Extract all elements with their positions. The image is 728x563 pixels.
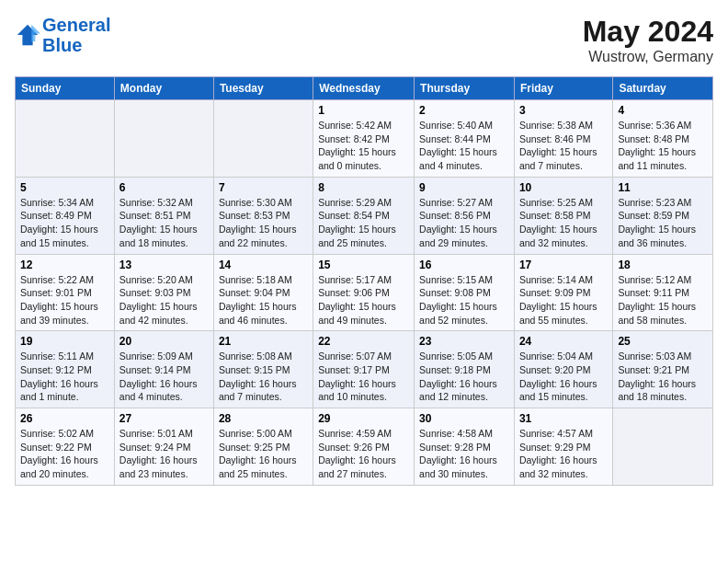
day-number: 6 [119, 181, 209, 194]
day-number: 31 [519, 412, 608, 425]
calendar-cell: 7Sunrise: 5:30 AM Sunset: 8:53 PM Daylig… [213, 177, 313, 254]
calendar-cell: 24Sunrise: 5:04 AM Sunset: 9:20 PM Dayli… [514, 331, 612, 408]
title-block: May 2024 Wustrow, Germany [583, 15, 713, 65]
day-info: Sunrise: 5:12 AM Sunset: 9:11 PM Dayligh… [618, 273, 708, 327]
calendar-cell: 30Sunrise: 4:58 AM Sunset: 9:28 PM Dayli… [415, 408, 515, 486]
calendar-cell: 26Sunrise: 5:02 AM Sunset: 9:22 PM Dayli… [16, 408, 115, 486]
day-number: 15 [318, 259, 409, 271]
calendar-cell: 17Sunrise: 5:14 AM Sunset: 9:09 PM Dayli… [514, 254, 612, 331]
calendar-subtitle: Wustrow, Germany [583, 49, 713, 65]
day-info: Sunrise: 5:40 AM Sunset: 8:44 PM Dayligh… [419, 119, 509, 173]
calendar-week-0: 1Sunrise: 5:42 AM Sunset: 8:42 PM Daylig… [16, 100, 713, 178]
day-info: Sunrise: 5:14 AM Sunset: 9:09 PM Dayligh… [519, 273, 608, 327]
day-info: Sunrise: 5:32 AM Sunset: 8:51 PM Dayligh… [119, 196, 209, 250]
day-number: 9 [419, 181, 509, 194]
day-number: 21 [219, 335, 308, 348]
calendar-cell: 21Sunrise: 5:08 AM Sunset: 9:15 PM Dayli… [213, 331, 313, 408]
day-number: 3 [519, 104, 608, 117]
day-info: Sunrise: 5:05 AM Sunset: 9:18 PM Dayligh… [419, 350, 509, 404]
calendar-cell: 12Sunrise: 5:22 AM Sunset: 9:01 PM Dayli… [16, 254, 115, 331]
page-header: General Blue May 2024 Wustrow, Germany [15, 15, 713, 65]
calendar-cell: 16Sunrise: 5:15 AM Sunset: 9:08 PM Dayli… [415, 254, 515, 331]
day-number: 5 [20, 181, 109, 194]
calendar-cell: 19Sunrise: 5:11 AM Sunset: 9:12 PM Dayli… [16, 331, 115, 408]
calendar-week-4: 26Sunrise: 5:02 AM Sunset: 9:22 PM Dayli… [16, 408, 713, 486]
day-info: Sunrise: 5:20 AM Sunset: 9:03 PM Dayligh… [119, 273, 209, 327]
day-number: 26 [20, 412, 109, 425]
day-number: 28 [219, 412, 308, 425]
day-number: 14 [219, 259, 308, 271]
day-info: Sunrise: 5:04 AM Sunset: 9:20 PM Dayligh… [519, 350, 608, 404]
day-info: Sunrise: 5:23 AM Sunset: 8:59 PM Dayligh… [618, 196, 708, 250]
header-tuesday: Tuesday [213, 77, 313, 100]
day-number: 12 [20, 259, 109, 271]
day-info: Sunrise: 5:02 AM Sunset: 9:22 PM Dayligh… [20, 427, 109, 481]
day-info: Sunrise: 5:08 AM Sunset: 9:15 PM Dayligh… [219, 350, 308, 404]
calendar-cell [114, 100, 213, 178]
day-number: 25 [618, 335, 708, 348]
calendar-cell: 20Sunrise: 5:09 AM Sunset: 9:14 PM Dayli… [114, 331, 213, 408]
calendar-cell: 29Sunrise: 4:59 AM Sunset: 9:26 PM Dayli… [313, 408, 415, 486]
calendar-cell: 1Sunrise: 5:42 AM Sunset: 8:42 PM Daylig… [313, 100, 415, 178]
day-info: Sunrise: 5:22 AM Sunset: 9:01 PM Dayligh… [20, 273, 109, 327]
day-info: Sunrise: 5:17 AM Sunset: 9:06 PM Dayligh… [318, 273, 409, 327]
day-number: 7 [219, 181, 308, 194]
svg-marker-1 [31, 25, 40, 41]
calendar-cell: 10Sunrise: 5:25 AM Sunset: 8:58 PM Dayli… [514, 177, 612, 254]
logo-icon [15, 22, 40, 48]
calendar-week-1: 5Sunrise: 5:34 AM Sunset: 8:49 PM Daylig… [16, 177, 713, 254]
calendar-header-row: SundayMondayTuesdayWednesdayThursdayFrid… [16, 77, 713, 100]
day-number: 13 [119, 259, 209, 271]
calendar-cell: 31Sunrise: 4:57 AM Sunset: 9:29 PM Dayli… [514, 408, 612, 486]
header-monday: Monday [114, 77, 213, 100]
calendar-cell: 4Sunrise: 5:36 AM Sunset: 8:48 PM Daylig… [613, 100, 713, 178]
day-info: Sunrise: 5:25 AM Sunset: 8:58 PM Dayligh… [519, 196, 608, 250]
day-info: Sunrise: 5:11 AM Sunset: 9:12 PM Dayligh… [20, 350, 109, 404]
calendar-cell: 13Sunrise: 5:20 AM Sunset: 9:03 PM Dayli… [114, 254, 213, 331]
day-info: Sunrise: 4:58 AM Sunset: 9:28 PM Dayligh… [419, 427, 509, 481]
day-info: Sunrise: 5:38 AM Sunset: 8:46 PM Dayligh… [519, 119, 608, 173]
day-number: 2 [419, 104, 509, 117]
day-info: Sunrise: 5:34 AM Sunset: 8:49 PM Dayligh… [20, 196, 109, 250]
day-info: Sunrise: 5:09 AM Sunset: 9:14 PM Dayligh… [119, 350, 209, 404]
calendar-title: May 2024 [583, 15, 713, 49]
calendar-cell: 6Sunrise: 5:32 AM Sunset: 8:51 PM Daylig… [114, 177, 213, 254]
day-info: Sunrise: 5:03 AM Sunset: 9:21 PM Dayligh… [618, 350, 708, 404]
day-info: Sunrise: 5:00 AM Sunset: 9:25 PM Dayligh… [219, 427, 308, 481]
calendar-week-2: 12Sunrise: 5:22 AM Sunset: 9:01 PM Dayli… [16, 254, 713, 331]
calendar-cell: 18Sunrise: 5:12 AM Sunset: 9:11 PM Dayli… [613, 254, 713, 331]
calendar-cell: 22Sunrise: 5:07 AM Sunset: 9:17 PM Dayli… [313, 331, 415, 408]
day-number: 22 [318, 335, 409, 348]
day-number: 27 [119, 412, 209, 425]
calendar-cell: 9Sunrise: 5:27 AM Sunset: 8:56 PM Daylig… [415, 177, 515, 254]
day-number: 24 [519, 335, 608, 348]
calendar-cell: 14Sunrise: 5:18 AM Sunset: 9:04 PM Dayli… [213, 254, 313, 331]
calendar-cell: 25Sunrise: 5:03 AM Sunset: 9:21 PM Dayli… [613, 331, 713, 408]
day-info: Sunrise: 4:59 AM Sunset: 9:26 PM Dayligh… [318, 427, 409, 481]
day-number: 29 [318, 412, 409, 425]
day-number: 1 [318, 104, 409, 117]
calendar-cell: 23Sunrise: 5:05 AM Sunset: 9:18 PM Dayli… [415, 331, 515, 408]
calendar-week-3: 19Sunrise: 5:11 AM Sunset: 9:12 PM Dayli… [16, 331, 713, 408]
header-sunday: Sunday [16, 77, 115, 100]
calendar-cell: 3Sunrise: 5:38 AM Sunset: 8:46 PM Daylig… [514, 100, 612, 178]
calendar-cell: 5Sunrise: 5:34 AM Sunset: 8:49 PM Daylig… [16, 177, 115, 254]
calendar-cell: 11Sunrise: 5:23 AM Sunset: 8:59 PM Dayli… [613, 177, 713, 254]
day-number: 11 [618, 181, 708, 194]
day-info: Sunrise: 5:15 AM Sunset: 9:08 PM Dayligh… [419, 273, 509, 327]
logo-text: General Blue [42, 15, 110, 55]
header-saturday: Saturday [613, 77, 713, 100]
header-friday: Friday [514, 77, 612, 100]
calendar-cell: 15Sunrise: 5:17 AM Sunset: 9:06 PM Dayli… [313, 254, 415, 331]
day-number: 23 [419, 335, 509, 348]
day-number: 8 [318, 181, 409, 194]
day-number: 16 [419, 259, 509, 271]
day-info: Sunrise: 5:07 AM Sunset: 9:17 PM Dayligh… [318, 350, 409, 404]
calendar-cell: 2Sunrise: 5:40 AM Sunset: 8:44 PM Daylig… [415, 100, 515, 178]
day-info: Sunrise: 4:57 AM Sunset: 9:29 PM Dayligh… [519, 427, 608, 481]
day-number: 17 [519, 259, 608, 271]
calendar-cell [16, 100, 115, 178]
calendar-table: SundayMondayTuesdayWednesdayThursdayFrid… [15, 76, 713, 486]
day-number: 4 [618, 104, 708, 117]
calendar-cell: 27Sunrise: 5:01 AM Sunset: 9:24 PM Dayli… [114, 408, 213, 486]
